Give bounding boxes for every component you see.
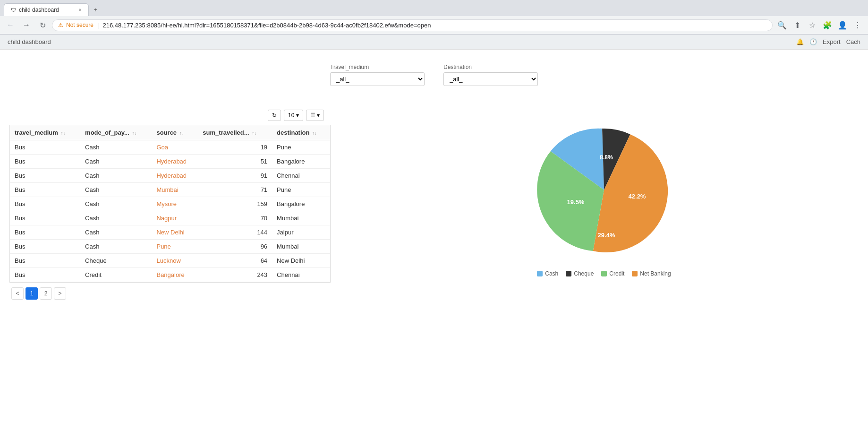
cell-source[interactable]: Mysore bbox=[152, 197, 198, 211]
col-travel-medium[interactable]: travel_medium ↑↓ bbox=[10, 125, 80, 140]
share-button[interactable]: ⬆ bbox=[791, 18, 804, 32]
table-row: Bus Cash Hyderabad 91 Chennai bbox=[10, 169, 330, 183]
cell-travel-medium: Bus bbox=[10, 169, 80, 183]
separator: | bbox=[97, 22, 99, 29]
back-button[interactable]: ← bbox=[4, 18, 17, 32]
cell-travel-medium: Bus bbox=[10, 155, 80, 169]
search-button[interactable]: 🔍 bbox=[775, 18, 789, 32]
destination-label: Destination bbox=[443, 64, 538, 70]
clock-icon[interactable]: 🕐 bbox=[809, 38, 817, 45]
cell-destination: New Delhi bbox=[272, 254, 330, 268]
cell-travel-medium: Bus bbox=[10, 225, 80, 240]
tab-close[interactable]: × bbox=[78, 7, 82, 13]
cell-mode-of-pay: Cash bbox=[80, 169, 152, 183]
cell-sum-travelled: 243 bbox=[198, 268, 272, 282]
profile-button[interactable]: 👤 bbox=[836, 18, 849, 32]
destination-filter: Destination _all_ Bangalore Chennai Mumb… bbox=[443, 64, 538, 86]
cell-travel-medium: Bus bbox=[10, 240, 80, 254]
cell-travel-medium: Bus bbox=[10, 211, 80, 225]
page-2-button[interactable]: 2 bbox=[40, 287, 52, 300]
cash-legend-label: Cash bbox=[545, 270, 558, 277]
not-secure-label: Not secure bbox=[66, 22, 94, 28]
refresh-button[interactable]: ↻ bbox=[268, 110, 281, 121]
net-banking-dot bbox=[632, 271, 638, 276]
new-tab-button[interactable]: + bbox=[89, 3, 102, 16]
cell-destination: Chennai bbox=[272, 268, 330, 282]
travel-medium-select[interactable]: _all_ Bus Train Flight bbox=[330, 72, 425, 86]
bell-icon[interactable]: 🔔 bbox=[796, 38, 804, 45]
cell-sum-travelled: 64 bbox=[198, 254, 272, 268]
destination-select[interactable]: _all_ Bangalore Chennai Mumbai bbox=[443, 72, 538, 86]
app-title: child dashboard bbox=[8, 38, 51, 45]
tab-bar: 🛡 child dashboard × + bbox=[0, 0, 868, 16]
columns-button[interactable]: ☰ ▾ bbox=[306, 110, 324, 121]
next-page-button[interactable]: > bbox=[54, 287, 66, 300]
table-row: Bus Cheque Lucknow 64 New Delhi bbox=[10, 254, 330, 268]
legend-cheque: Cheque bbox=[566, 270, 594, 277]
tab-icon: 🛡 bbox=[11, 7, 16, 13]
cell-sum-travelled: 91 bbox=[198, 169, 272, 183]
forward-button[interactable]: → bbox=[20, 18, 33, 32]
credit-label: 29.4% bbox=[598, 232, 615, 239]
data-table: travel_medium ↑↓ mode_of_pay... ↑↓ sourc… bbox=[10, 125, 330, 282]
cache-button[interactable]: Cach bbox=[846, 38, 860, 45]
main-content: Travel_medium _all_ Bus Train Flight Des… bbox=[0, 50, 868, 440]
export-button[interactable]: Export bbox=[823, 38, 841, 45]
cheque-legend-label: Cheque bbox=[574, 270, 594, 277]
table-body: Bus Cash Goa 19 Pune Bus Cash Hyderabad … bbox=[10, 140, 330, 282]
cell-destination: Jaipur bbox=[272, 225, 330, 240]
credit-dot bbox=[601, 271, 607, 276]
chart-legend: Cash Cheque Credit Net Banking bbox=[537, 270, 671, 277]
table-header: travel_medium ↑↓ mode_of_pay... ↑↓ sourc… bbox=[10, 125, 330, 140]
col-sum-travelled[interactable]: sum_travelled... ↑↓ bbox=[198, 125, 272, 140]
col-destination[interactable]: destination ↑↓ bbox=[272, 125, 330, 140]
page-1-button[interactable]: 1 bbox=[26, 287, 38, 300]
table-row: Bus Credit Bangalore 243 Chennai bbox=[10, 268, 330, 282]
cell-mode-of-pay: Cash bbox=[80, 211, 152, 225]
cell-travel-medium: Bus bbox=[10, 183, 80, 197]
cell-destination: Mumbai bbox=[272, 240, 330, 254]
legend-net-banking: Net Banking bbox=[632, 270, 671, 277]
legend-cash: Cash bbox=[537, 270, 558, 277]
cell-source[interactable]: Bangalore bbox=[152, 268, 198, 282]
cell-source[interactable]: Mumbai bbox=[152, 183, 198, 197]
cell-source[interactable]: Goa bbox=[152, 140, 198, 155]
prev-page-button[interactable]: < bbox=[11, 287, 24, 300]
cell-travel-medium: Bus bbox=[10, 197, 80, 211]
cell-travel-medium: Bus bbox=[10, 140, 80, 155]
travel-medium-filter: Travel_medium _all_ Bus Train Flight bbox=[330, 64, 425, 86]
bookmark-button[interactable]: ☆ bbox=[806, 18, 819, 32]
security-icon: ⚠ bbox=[58, 22, 63, 28]
cell-source[interactable]: Hyderabad bbox=[152, 169, 198, 183]
rows-per-page-button[interactable]: 10 ▾ bbox=[284, 110, 303, 121]
cell-mode-of-pay: Cash bbox=[80, 225, 152, 240]
credit-legend-label: Credit bbox=[609, 270, 624, 277]
col-source[interactable]: source ↑↓ bbox=[152, 125, 198, 140]
cell-source[interactable]: Pune bbox=[152, 240, 198, 254]
cell-mode-of-pay: Credit bbox=[80, 268, 152, 282]
cell-source[interactable]: Nagpur bbox=[152, 211, 198, 225]
cell-source[interactable]: Lucknow bbox=[152, 254, 198, 268]
cell-mode-of-pay: Cheque bbox=[80, 254, 152, 268]
cell-destination: Bangalore bbox=[272, 155, 330, 169]
table-row: Bus Cash Goa 19 Pune bbox=[10, 140, 330, 155]
cheque-label: 8.8% bbox=[600, 154, 613, 161]
cell-sum-travelled: 71 bbox=[198, 183, 272, 197]
cell-mode-of-pay: Cash bbox=[80, 155, 152, 169]
cell-sum-travelled: 19 bbox=[198, 140, 272, 155]
extensions-button[interactable]: 🧩 bbox=[821, 18, 834, 32]
cell-travel-medium: Bus bbox=[10, 268, 80, 282]
cell-source[interactable]: Hyderabad bbox=[152, 155, 198, 169]
cell-source[interactable]: New Delhi bbox=[152, 225, 198, 240]
address-bar[interactable]: ⚠ Not secure | 216.48.177.235:8085/hi-ee… bbox=[52, 19, 773, 31]
menu-button[interactable]: ⋮ bbox=[851, 18, 864, 32]
reload-button[interactable]: ↻ bbox=[36, 18, 49, 32]
cell-mode-of-pay: Cash bbox=[80, 183, 152, 197]
table-row: Bus Cash Nagpur 70 Mumbai bbox=[10, 211, 330, 225]
cell-destination: Bangalore bbox=[272, 197, 330, 211]
tab-title: child dashboard bbox=[19, 7, 59, 13]
cell-travel-medium: Bus bbox=[10, 254, 80, 268]
col-mode-of-pay[interactable]: mode_of_pay... ↑↓ bbox=[80, 125, 152, 140]
cell-sum-travelled: 70 bbox=[198, 211, 272, 225]
cell-destination: Chennai bbox=[272, 169, 330, 183]
